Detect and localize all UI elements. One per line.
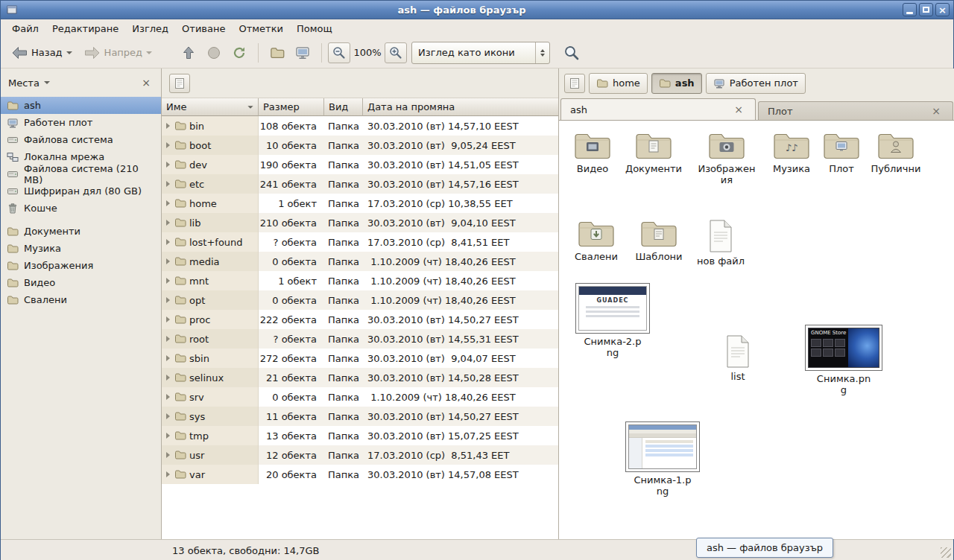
tab-ash[interactable]: ash × [560, 98, 756, 120]
table-row[interactable]: bin 108 обекта Папка 30.03.2010 (вт) 14,… [162, 116, 558, 136]
menu-item[interactable]: Отиване [175, 21, 232, 36]
table-row[interactable]: srv 0 обекта Папка 1.10.2009 (чт) 18,40,… [162, 387, 558, 407]
expander-icon[interactable] [166, 471, 170, 477]
up-button[interactable] [176, 41, 201, 65]
sidebar-title-caret-icon[interactable] [44, 81, 50, 84]
expander-icon[interactable] [166, 452, 170, 458]
tab-close-icon[interactable]: × [731, 104, 746, 115]
expander-icon[interactable] [166, 258, 170, 264]
table-row[interactable]: lib 210 обекта Папка 30.03.2010 (вт) 9,0… [162, 213, 558, 232]
sidebar-item[interactable]: Кошче [1, 200, 161, 217]
table-row[interactable]: mnt 1 обект Папка 1.10.2009 (чт) 18,40,2… [162, 271, 558, 290]
pathbar-button-ash[interactable]: ash [651, 73, 702, 94]
table-row[interactable]: dev 190 обекта Папка 30.03.2010 (вт) 14,… [162, 155, 558, 174]
icon-view-item[interactable]: Изображения [697, 130, 756, 186]
icon-view-item[interactable]: Свалени [566, 217, 626, 262]
pathbar-button-desktop[interactable]: Работен плот [706, 73, 806, 94]
expander-icon[interactable] [166, 336, 170, 342]
expander-icon[interactable] [166, 413, 170, 419]
zoom-in-button[interactable] [385, 42, 407, 63]
sidebar-item[interactable]: Файлова система [1, 131, 161, 148]
home-button[interactable] [265, 41, 290, 65]
pathbar-button-home[interactable]: home [589, 73, 648, 94]
icon-view-item[interactable]: Снимка-1.png [622, 421, 703, 497]
table-row[interactable]: media 0 обекта Папка 1.10.2009 (чт) 18,4… [162, 252, 558, 271]
zoom-out-button[interactable] [328, 42, 350, 63]
icon-view-item[interactable]: Шаблони [629, 217, 689, 262]
table-row[interactable]: tmp 13 обекта Папка 30.03.2010 (вт) 15,0… [162, 426, 558, 445]
stop-button[interactable] [201, 41, 227, 65]
expander-icon[interactable] [166, 220, 170, 226]
sidebar-item[interactable]: Видео [1, 274, 161, 291]
computer-button[interactable] [290, 41, 315, 65]
table-row[interactable]: opt 0 обекта Папка 1.10.2009 (чт) 18,40,… [162, 290, 558, 310]
expander-icon[interactable] [166, 355, 170, 361]
expander-icon[interactable] [166, 239, 170, 245]
expander-icon[interactable] [166, 316, 170, 322]
icon-view-item[interactable]: Видео [563, 130, 622, 174]
sidebar-title[interactable]: Места [8, 77, 40, 89]
sidebar-item[interactable]: Шифриран дял (80 GB) [1, 182, 161, 200]
table-row[interactable]: var 20 обекта Папка 30.03.2010 (вт) 14,5… [162, 465, 558, 484]
back-history-caret-icon[interactable] [66, 51, 72, 54]
icon-view-item[interactable]: list [708, 334, 768, 382]
pathbar-root-button[interactable] [564, 74, 585, 93]
table-row[interactable]: lost+found ? обекта Папка 17.03.2010 (ср… [162, 232, 558, 252]
table-row[interactable]: usr 12 обекта Папка 17.03.2010 (ср) 8,51… [162, 445, 558, 465]
expander-icon[interactable] [166, 200, 170, 206]
icon-view-item[interactable]: GUADEC Снимка-2.png [572, 283, 653, 359]
column-header-type[interactable]: Вид [324, 98, 363, 116]
expander-icon[interactable] [166, 375, 170, 381]
table-row[interactable]: root ? обекта Папка 30.03.2010 (вт) 14,5… [162, 329, 558, 349]
sidebar-close-button[interactable]: × [139, 76, 154, 89]
sidebar-item[interactable]: Работен плот [1, 114, 161, 131]
table-row[interactable]: sbin 272 обекта Папка 30.03.2010 (вт) 9,… [162, 349, 558, 368]
view-mode-select[interactable]: Изглед като икони [411, 42, 550, 64]
expander-icon[interactable] [166, 297, 170, 303]
menu-item[interactable]: Отметки [232, 21, 289, 36]
column-header-size[interactable]: Размер [259, 98, 324, 116]
table-row[interactable]: etc 241 обекта Папка 30.03.2010 (вт) 14,… [162, 174, 558, 194]
expander-icon[interactable] [166, 162, 170, 168]
menu-item[interactable]: Помощ [290, 21, 339, 36]
icon-view-item[interactable]: Публични [866, 130, 926, 174]
sidebar-item[interactable]: Файлова система (210 MB) [1, 165, 161, 182]
table-row[interactable]: sys 11 обекта Папка 30.03.2010 (вт) 14,5… [162, 407, 558, 426]
expander-icon[interactable] [166, 142, 170, 148]
expander-icon[interactable] [166, 394, 170, 400]
close-button[interactable]: × [935, 3, 950, 16]
view-mode-stepper-icon[interactable] [535, 42, 549, 63]
sort-caret-icon[interactable] [247, 106, 253, 109]
expander-icon[interactable] [166, 181, 170, 187]
menu-item[interactable]: Изглед [125, 21, 175, 36]
icon-view[interactable]: Видео Документи Изображения ♪♪ Музика Пл… [559, 120, 954, 539]
sidebar-item[interactable]: ash [1, 97, 161, 114]
forward-button[interactable]: Напред [78, 41, 158, 65]
menu-item[interactable]: Файл [5, 21, 45, 36]
icon-view-item[interactable]: Документи [624, 130, 683, 174]
table-row[interactable]: proc 222 обекта Папка 30.03.2010 (вт) 14… [162, 310, 558, 329]
sidebar-item[interactable]: Музика [1, 240, 161, 257]
expander-icon[interactable] [166, 433, 170, 439]
tree-pane-location-button[interactable] [169, 74, 190, 93]
expander-icon[interactable] [166, 278, 170, 284]
menu-item[interactable]: Редактиране [45, 21, 125, 36]
minimize-button[interactable] [903, 3, 917, 16]
sidebar-item[interactable]: Документи [1, 223, 161, 240]
icon-view-item[interactable]: GNOME Store Снимка.png [803, 325, 884, 396]
column-header-date[interactable]: Дата на промяна [363, 98, 558, 116]
sidebar-item[interactable]: Изображения [1, 257, 161, 274]
tab-close-icon[interactable]: × [929, 105, 944, 117]
maximize-button[interactable] [919, 3, 933, 16]
tab-plot[interactable]: Плот × [758, 101, 953, 120]
back-button[interactable]: Назад [5, 41, 78, 65]
titlebar[interactable]: ash — файлов браузър × [1, 1, 953, 19]
table-row[interactable]: selinux 21 обекта Папка 30.03.2010 (вт) … [162, 368, 558, 387]
table-row[interactable]: boot 10 обекта Папка 30.03.2010 (вт) 9,0… [162, 136, 558, 155]
icon-view-item[interactable]: нов файл [691, 219, 751, 267]
search-button[interactable] [559, 41, 584, 65]
table-row[interactable]: home 1 обект Папка 17.03.2010 (ср) 10,38… [162, 194, 558, 213]
icon-view-item[interactable]: Плот [812, 130, 871, 174]
resize-grip[interactable] [941, 547, 951, 558]
expander-icon[interactable] [166, 123, 170, 129]
